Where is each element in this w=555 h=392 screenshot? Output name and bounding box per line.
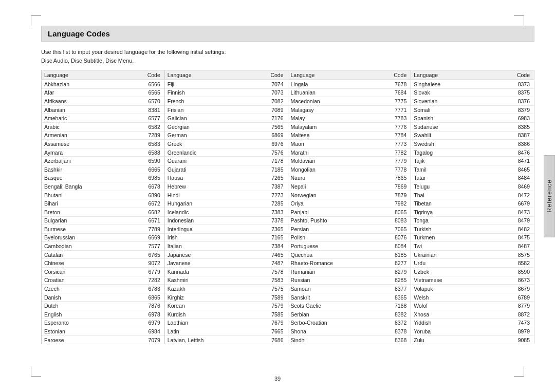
language-name: Mongolian [288, 165, 375, 174]
language-name: Yiddish [411, 319, 489, 327]
language-code: 8365 [375, 293, 411, 302]
reference-tab: Reference [544, 155, 555, 237]
language-name: Thai [411, 191, 489, 199]
language-name: Ameharic [42, 114, 126, 123]
table-row: Nauru7865 [288, 174, 411, 182]
table-row: Thai8472 [411, 191, 534, 199]
language-code: 8487 [489, 242, 534, 251]
table-row: Albanian8381 [42, 105, 164, 114]
language-code: 6978 [126, 310, 164, 319]
language-code: 6570 [126, 97, 164, 106]
language-name: Breton [42, 208, 126, 216]
language-code: 7784 [375, 131, 411, 140]
col-header-language: Language [288, 70, 375, 80]
language-name: Volapuk [411, 285, 489, 293]
language-code: 8372 [375, 319, 411, 327]
table-row: Zulu9085 [411, 335, 534, 344]
language-name: Oriya [288, 199, 375, 208]
table-row: English6978 [42, 310, 164, 319]
table-row: Singhalese8373 [411, 80, 534, 89]
description: Use this list to input your desired lang… [41, 48, 534, 65]
table-row: Dutch7876 [42, 302, 164, 310]
language-name: Twi [411, 242, 489, 251]
language-code: 7384 [248, 242, 288, 251]
table-row: Afar6565 [42, 88, 164, 97]
language-code: 8465 [489, 165, 534, 174]
language-name: Latvian, Lettish [165, 335, 248, 344]
table-row: Greenlandic7576 [165, 148, 288, 157]
language-name: Albanian [42, 105, 126, 114]
table-row: Mongolian7778 [288, 165, 411, 174]
table-row: Danish6865 [42, 293, 164, 302]
language-code: 8673 [489, 276, 534, 285]
language-name: Tatar [411, 174, 489, 182]
language-name: Samoan [288, 285, 375, 293]
table-row: Tamil8465 [411, 165, 534, 174]
language-name: Hindi [165, 191, 248, 199]
language-code: 6588 [126, 148, 164, 157]
table-row: Swedish8386 [411, 140, 534, 148]
language-table-2: LanguageCodeLingala7678Lithuanian7684Mac… [288, 70, 411, 344]
language-name: Greek [165, 140, 248, 148]
col-header-code: Code [375, 70, 411, 80]
table-row: Czech6783 [42, 285, 164, 293]
language-code: 8185 [375, 250, 411, 259]
language-name: Tonga [411, 216, 489, 225]
table-row: Italian7384 [165, 242, 288, 251]
language-name: Dutch [42, 302, 126, 310]
language-code: 7879 [375, 191, 411, 199]
language-name: Guarani [165, 157, 248, 165]
table-row: Maltese7784 [288, 131, 411, 140]
column-group-3: LanguageCodeSinghalese8373Slovak8375Slov… [411, 70, 534, 344]
language-code: 7365 [248, 225, 288, 234]
language-code: 8482 [489, 225, 534, 234]
language-name: Moldavian [288, 157, 375, 165]
table-row: Estonian6984 [42, 327, 164, 336]
language-name: Wolof [411, 302, 489, 310]
language-table-container: LanguageCodeAbkhazian6566Afar6565Afrikaa… [41, 70, 534, 344]
table-row: Tagalog8476 [411, 148, 534, 157]
language-code: 8475 [489, 233, 534, 242]
language-code: 7576 [248, 148, 288, 157]
table-row: Polish8076 [288, 233, 411, 242]
language-name: Arabic [42, 122, 126, 131]
language-code: 7876 [126, 302, 164, 310]
language-code: 8779 [489, 302, 534, 310]
language-code: 6678 [126, 182, 164, 191]
language-code: 8575 [489, 250, 534, 259]
language-name: Tibetan [411, 199, 489, 208]
table-row: Norwegian7879 [288, 191, 411, 199]
language-code: 7865 [375, 174, 411, 182]
table-row: Pashto, Pushto8083 [288, 216, 411, 225]
language-code: 8065 [375, 208, 411, 216]
language-code: 6566 [126, 80, 164, 89]
table-row: Greek6976 [165, 140, 288, 148]
language-code: 7079 [126, 335, 164, 344]
language-code: 7686 [248, 335, 288, 344]
language-code: 8476 [489, 148, 534, 157]
language-code: 6682 [126, 208, 164, 216]
language-name: Latin [165, 327, 248, 336]
language-code: 6869 [248, 131, 288, 140]
table-row: Azerbaijani6590 [42, 157, 164, 165]
language-name: Quechua [288, 250, 375, 259]
language-code: 7578 [248, 268, 288, 276]
language-name: Marathi [288, 148, 375, 157]
table-row: Shona8378 [288, 327, 411, 336]
language-name: Aymara [42, 148, 126, 157]
table-row: Georgian7565 [165, 122, 288, 131]
language-code: 6583 [126, 140, 164, 148]
language-name: Lithuanian [288, 88, 375, 97]
language-code: 6865 [126, 293, 164, 302]
language-name: Spanish [411, 114, 489, 123]
language-code: 8484 [489, 174, 534, 182]
table-row: Twi8487 [411, 242, 534, 251]
language-code: 7789 [126, 225, 164, 234]
language-name: Slovenian [411, 97, 489, 106]
language-code: 7285 [248, 199, 288, 208]
table-row: Nepali7869 [288, 182, 411, 191]
table-row: Ukrainian8575 [411, 250, 534, 259]
table-row: Malayalam7776 [288, 122, 411, 131]
language-name: Catalan [42, 250, 126, 259]
language-code: 7684 [375, 88, 411, 97]
